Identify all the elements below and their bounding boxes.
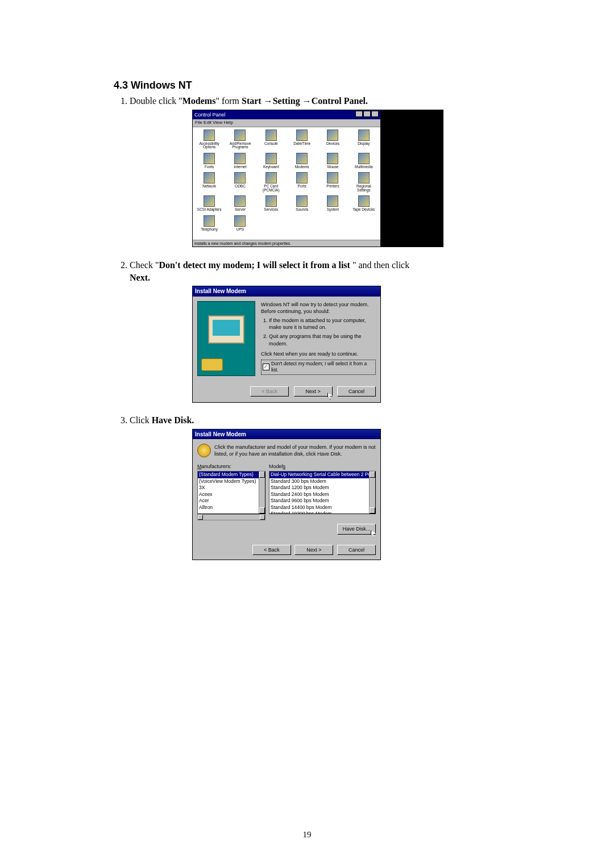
wizard-ready: Click Next when you are ready to continu… <box>261 350 376 357</box>
applet-icon <box>327 153 338 164</box>
checkbox-icon[interactable]: ✓ <box>263 364 269 370</box>
back-button[interactable]: < Back <box>252 545 291 555</box>
menu-bar[interactable]: File Edit View Help <box>193 119 380 127</box>
wizard-title: Install New Modem <box>193 429 380 440</box>
status-bar: Installs a new modem and changes modem p… <box>193 240 380 247</box>
control-panel-grid: Accessibility OptionsAdd/Remove Programs… <box>195 130 378 232</box>
applet-icon <box>358 172 370 183</box>
applet-icon <box>265 153 277 164</box>
control-panel-item[interactable]: Telephony <box>195 215 223 232</box>
window-title: Control Panel <box>194 111 226 118</box>
control-panel-item[interactable]: Console <box>257 130 285 149</box>
manufacturers-list[interactable]: (Standard Modem Types)(VoiceView Modem T… <box>197 471 265 514</box>
applet-icon <box>204 215 215 227</box>
models-list[interactable]: Dial-Up Networking Serial Cable between … <box>269 471 376 514</box>
scrollbar[interactable] <box>259 471 265 514</box>
checkbox-label: Don't detect my modem; I will select it … <box>271 361 374 374</box>
list-item[interactable]: Standard 14400 bps Modem <box>269 504 375 511</box>
list-item[interactable]: Standard 300 bps Modem <box>269 478 375 485</box>
wizard-intro: Windows NT will now try to detect your m… <box>261 301 376 315</box>
control-panel-window: Control Panel File Edit View Help Access… <box>192 110 381 247</box>
control-panel-item[interactable]: Multimedia <box>350 153 378 169</box>
applet-icon <box>204 153 215 164</box>
control-panel-item[interactable]: Server <box>226 195 254 212</box>
phone-icon <box>201 358 223 371</box>
control-panel-item[interactable]: Mouse <box>318 153 347 169</box>
applet-icon <box>234 172 246 183</box>
close-icon[interactable] <box>371 111 379 117</box>
list-item[interactable]: 3X <box>198 485 265 491</box>
step-list: Double click "Modems" form Start →Settin… <box>114 95 500 560</box>
document-page: 4.3 Windows NT Double click "Modems" for… <box>0 0 614 868</box>
control-panel-item[interactable]: Tape Devices <box>350 195 378 212</box>
figure-control-panel: Control Panel File Edit View Help Access… <box>192 110 500 248</box>
step-1: Double click "Modems" form Start →Settin… <box>130 95 500 248</box>
text: " and then click <box>350 260 409 270</box>
window-controls[interactable] <box>355 111 379 119</box>
dont-detect-checkbox-row[interactable]: ✓ Don't detect my modem; I will select i… <box>261 360 376 375</box>
manufacturers-label: Manufacturers: <box>197 463 265 470</box>
control-panel-item[interactable]: Modems <box>288 153 316 169</box>
next-button[interactable]: Next > <box>294 386 333 397</box>
list-item[interactable]: Standard 1200 bps Modem <box>269 485 375 491</box>
modem-icon <box>197 444 211 457</box>
have-disk-button[interactable]: Have Disk... <box>337 524 376 534</box>
control-panel-item[interactable]: Ports <box>288 172 316 192</box>
text: Click <box>130 415 152 425</box>
next-button[interactable]: Next > <box>294 545 333 555</box>
applet-icon <box>265 130 277 141</box>
control-panel-item[interactable]: Regional Settings <box>350 172 378 192</box>
wizard-point-1: If the modem is attached to your compute… <box>269 317 376 331</box>
list-item[interactable]: Alltron <box>198 504 265 511</box>
maximize-icon[interactable] <box>363 111 371 117</box>
applet-icon <box>234 215 246 227</box>
list-item[interactable]: Dial-Up Networking Serial Cable between … <box>269 471 375 478</box>
control-panel-item[interactable]: SCSI Adapters <box>195 195 223 212</box>
control-panel-item[interactable]: PC Card (PCMCIA) <box>257 172 285 192</box>
control-panel-item[interactable]: Internet <box>226 153 254 169</box>
scrollbar[interactable] <box>369 471 375 514</box>
minimize-icon[interactable] <box>355 111 363 117</box>
cancel-button[interactable]: Cancel <box>337 386 376 397</box>
applet-icon <box>265 172 277 183</box>
control-panel-item[interactable]: System <box>318 195 347 212</box>
list-item[interactable]: (Standard Modem Types) <box>198 471 265 478</box>
control-panel-item[interactable]: Network <box>195 172 223 192</box>
bold: Next. <box>130 273 150 282</box>
h-scrollbar[interactable] <box>197 514 265 520</box>
control-panel-item[interactable]: Sounds <box>288 195 316 212</box>
wizard-instruction: Click the manufacturer and model of your… <box>214 444 376 457</box>
control-panel-item[interactable]: Display <box>350 130 378 149</box>
list-item[interactable]: Acer <box>198 498 265 504</box>
figure-wizard-b: Install New Modem Click the manufacturer… <box>192 429 500 560</box>
bold: Don't detect my modem; I will select it … <box>159 260 350 270</box>
install-modem-wizard-select: Install New Modem Click the manufacturer… <box>192 429 381 560</box>
control-panel-item[interactable]: Accessibility Options <box>195 130 223 149</box>
control-panel-item[interactable]: Add/Remove Programs <box>226 130 254 149</box>
list-item[interactable]: (VoiceView Modem Types) <box>198 478 265 485</box>
applet-icon <box>358 130 370 141</box>
list-item[interactable]: Aceex <box>198 491 265 498</box>
list-item[interactable]: Standard 2400 bps Modem <box>269 491 375 498</box>
list-item[interactable]: Standard 19200 bps Modem <box>269 511 375 514</box>
control-panel-item[interactable]: Services <box>257 195 285 212</box>
control-panel-item[interactable]: ODBC <box>226 172 254 192</box>
control-panel-item[interactable]: Keyboard <box>257 153 285 169</box>
cancel-button[interactable]: Cancel <box>337 545 376 555</box>
figure-wizard-a: Install New Modem Windows NT will now tr… <box>192 286 500 403</box>
applet-icon <box>296 130 308 141</box>
models-label: Models <box>269 463 376 470</box>
wizard-title: Install New Modem <box>193 286 380 297</box>
control-panel-item[interactable]: Printers <box>318 172 347 192</box>
control-panel-item[interactable]: UPS <box>226 215 254 232</box>
applet-icon <box>327 195 338 207</box>
control-panel-item[interactable]: Devices <box>318 130 347 149</box>
applet-icon <box>358 153 370 164</box>
applet-icon <box>296 153 308 164</box>
bold: Control Panel. <box>312 96 368 106</box>
applet-icon <box>296 195 308 207</box>
control-panel-item[interactable]: Date/Time <box>288 130 316 149</box>
control-panel-item[interactable]: Fonts <box>195 153 223 169</box>
list-item[interactable]: Standard 9600 bps Modem <box>269 498 375 504</box>
applet-icon <box>204 172 215 183</box>
